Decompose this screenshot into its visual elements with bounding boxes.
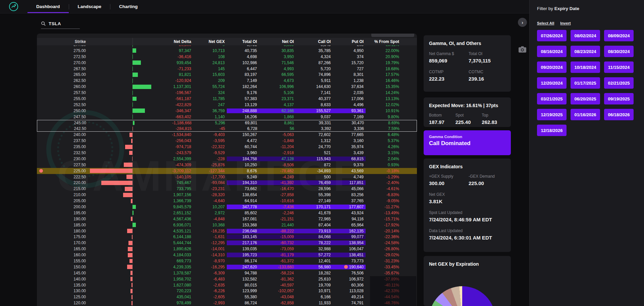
- expiry-date-button[interactable]: 08/23/2024: [571, 46, 600, 57]
- net-oi-cell: -27,858: [259, 192, 296, 197]
- tab-dashboard[interactable]: Dashboard: [28, 0, 69, 13]
- strike-cell: 210.00: [45, 192, 88, 197]
- net-gex-bar: [126, 175, 132, 179]
- invert-link[interactable]: Invert: [560, 21, 571, 25]
- table-row[interactable]: 165.001,890,626-14,001139,035-73,05932,9…: [37, 246, 417, 252]
- horizontal-scrollbar-thumb[interactable]: [371, 34, 414, 37]
- expiry-date-button[interactable]: 01/16/2026: [571, 109, 600, 120]
- put-oi-value: 30,470: [352, 121, 364, 125]
- table-row[interactable]: 175.006,144,188-1,631183,145-15,00984,06…: [37, 234, 417, 240]
- total-oi-cell: 153,368: [227, 223, 259, 227]
- table-row[interactable]: 262.50-120,9242097,1494,6735,9111,23816.…: [37, 78, 417, 84]
- table-row[interactable]: 257.50-196,5673249,1765,1067,1412,03514.…: [37, 90, 417, 96]
- expiry-date-button[interactable]: 06/18/2026: [604, 109, 634, 120]
- net-oi-cell: -4,249: [259, 175, 296, 179]
- net-delta-cell: 4,567,436: [156, 217, 193, 221]
- table-row[interactable]: 255.00-561,18711,78557,38323,37140,37717…: [37, 96, 417, 102]
- expiry-date-button[interactable]: 11/15/2024: [604, 61, 634, 73]
- expiry-date-button[interactable]: 12/20/2024: [537, 77, 567, 89]
- strike-cell: 145.00: [45, 271, 88, 275]
- table-row[interactable]: 222.50-140,105-17,7005,249-4,2495004,749…: [37, 174, 417, 180]
- net-gex-bar-cell: [88, 246, 156, 252]
- strike-cell: 260.00: [45, 84, 88, 89]
- table-row[interactable]: 215.00733,795-23,23173,662-16,47028,5964…: [37, 186, 417, 192]
- column-header--from-spot[interactable]: % From Spot: [366, 39, 401, 44]
- expiry-date-button[interactable]: 10/18/2024: [571, 61, 600, 73]
- table-row[interactable]: 227.50-474,309-25,87610,250-8,5068729,37…: [37, 162, 417, 168]
- select-all-link[interactable]: Select All: [537, 21, 554, 25]
- table-row[interactable]: 247.50-663,4021,14016,2061,8689,0377,169…: [37, 114, 417, 120]
- ticker-search-input[interactable]: [49, 21, 75, 26]
- column-header-net-oi[interactable]: Net OI: [259, 39, 296, 44]
- column-header-strike[interactable]: Strike: [45, 39, 88, 44]
- table-row[interactable]: 225.00-3,709,112-127,3448,676-78,462-34,…: [37, 168, 417, 174]
- table-row[interactable]: 195.002,651,1522,97285,602-2,24641,67843…: [37, 210, 417, 216]
- expiry-date-button[interactable]: 09/20/2024: [537, 61, 567, 73]
- column-header-net-gex[interactable]: Net GEX: [193, 39, 227, 44]
- column-header-call-oi[interactable]: Call OI: [296, 39, 333, 44]
- table-row[interactable]: 265.0081,82115,60383,19766,59574,8968,30…: [37, 72, 417, 78]
- put-oi-cell: 7,169: [333, 115, 366, 119]
- expiry-date-button[interactable]: 08/09/2024: [604, 30, 634, 41]
- stat-label: Net GEX: [429, 192, 505, 197]
- table-row[interactable]: 140.001,958,702-6,483132,582-81,36225,61…: [37, 276, 417, 282]
- column-header-total-oi[interactable]: Total OI: [227, 39, 259, 44]
- table-row[interactable]: 160.004,184,033-14,310195,723-81,17957,2…: [37, 252, 417, 258]
- net-oi-cell: -61,372: [259, 259, 296, 263]
- expiry-date-button[interactable]: 12/18/2026: [537, 125, 567, 136]
- table-row[interactable]: 190.004,567,436-4,848167,081-21,15172,96…: [37, 216, 417, 222]
- table-row[interactable]: 135.001,627,080-2,63580,015-40,59719,709…: [37, 282, 417, 288]
- tab-landscape[interactable]: Landscape: [69, 0, 110, 13]
- column-header-put-oi[interactable]: Put OI: [333, 39, 366, 44]
- table-row[interactable]: 230.002,554,399-228184,75847,128115,9436…: [37, 156, 417, 162]
- table-row[interactable]: 120.00978,499-2,99386,724-62,85811,93374…: [37, 300, 417, 306]
- table-row[interactable]: 170.005,444,744-12,295217,176-60,73278,2…: [37, 240, 417, 246]
- put-oi-cell: 1,238: [333, 78, 366, 83]
- table-row[interactable]: 145.001,378,587-6,30994,788-58,22418,282…: [37, 270, 417, 276]
- strike-cell: 160.00: [45, 253, 88, 257]
- table-row[interactable]: 237.50-256,043-3,5954,472-1,8481,3123,16…: [37, 138, 417, 144]
- expiry-date-button[interactable]: 08/16/2024: [537, 46, 567, 57]
- tab-charting[interactable]: Charting: [110, 0, 147, 13]
- table-row[interactable]: 240.00-1,534,840-9,403150,267-5,06372,60…: [37, 132, 417, 138]
- expiry-date-button[interactable]: 03/21/2025: [537, 93, 567, 104]
- table-row[interactable]: 275.0097,34710,71340,73530,83535,7854,95…: [37, 48, 417, 54]
- put-oi-value: 4,749: [354, 175, 364, 179]
- table-row[interactable]: 200.009,845,57910,207347,778-7,436170,17…: [37, 204, 417, 210]
- table-row[interactable]: 272.50-36,4161084,6983,9504,32437420.90%: [37, 54, 417, 60]
- table-row[interactable]: 125.00435,041-2,60555,380-43,0486,16649,…: [37, 294, 417, 300]
- pct-from-spot-cell: -35.67%: [366, 271, 401, 275]
- expiry-date-button[interactable]: 09/19/2025: [604, 93, 634, 104]
- table-row[interactable]: 210.001,907,156-28,320138,654-27,85855,3…: [37, 192, 417, 198]
- table-row[interactable]: 155.00669,773-8,97086,174-61,37212,40173…: [37, 258, 417, 264]
- table-row[interactable]: 250.00-346,34736,759248,88862,166155,527…: [37, 108, 417, 114]
- expiry-date-button[interactable]: 02/21/2025: [604, 77, 634, 89]
- table-row[interactable]: 245.00-1,186,6685,29669,8018,86139,33130…: [37, 120, 417, 126]
- table-row[interactable]: 270.00939,45424,813102,98671,54687,26615…: [37, 60, 417, 66]
- table-row[interactable]: 130.00720,223-6,226123,999-102,05710,971…: [37, 288, 417, 294]
- expiry-date-button[interactable]: 12/19/2025: [537, 109, 567, 120]
- net-gex-bar-cell: [88, 294, 156, 300]
- expiry-date-button[interactable]: 08/30/2024: [604, 46, 634, 57]
- screenshot-camera-button[interactable]: [518, 46, 527, 53]
- table-row[interactable]: 220.00745,467-93,084194,310-41,39276,459…: [37, 180, 417, 186]
- table-row[interactable]: 260.001,137,30155,724182,264106,996144,6…: [37, 84, 417, 90]
- table-row[interactable]: 150.004,239,335-16,295247,620-133,66056,…: [37, 264, 417, 270]
- collapse-sidebar-button[interactable]: ›: [518, 18, 527, 27]
- table-row[interactable]: 185.006,936,07110,368153,36821,44087,404…: [37, 222, 417, 228]
- net-gex-bar: [128, 241, 132, 245]
- table-row[interactable]: 267.50-71,2331456,4474,9935,72072718.68%: [37, 66, 417, 72]
- net-oi-cell: 62,166: [259, 108, 296, 113]
- table-row[interactable]: 232.50-243,579-9,5293,960-2,9185213,4393…: [37, 150, 417, 156]
- table-row[interactable]: 180.004,535,121-16,235236,048-88,22273,9…: [37, 228, 417, 234]
- table-row[interactable]: 205.001,366,739-4,64064,914-10,61627,149…: [37, 198, 417, 204]
- expiry-date-button[interactable]: 06/20/2025: [571, 93, 600, 104]
- expiry-date-button[interactable]: 08/02/2024: [571, 30, 600, 41]
- table-row[interactable]: 242.50-284,815-456,728563,3923,3367.59%: [37, 126, 417, 132]
- expiry-date-button[interactable]: 01/17/2025: [571, 77, 600, 89]
- stat-label: Bottom: [429, 113, 453, 118]
- table-row[interactable]: 235.00-974,718-22,32260,744-11,20424,770…: [37, 144, 417, 150]
- column-header-net-delta[interactable]: Net Delta: [156, 39, 193, 44]
- table-row[interactable]: 252.50-422,82924713,1294,1378,6334,49612…: [37, 102, 417, 108]
- expiry-date-button[interactable]: 07/26/2024: [537, 30, 567, 41]
